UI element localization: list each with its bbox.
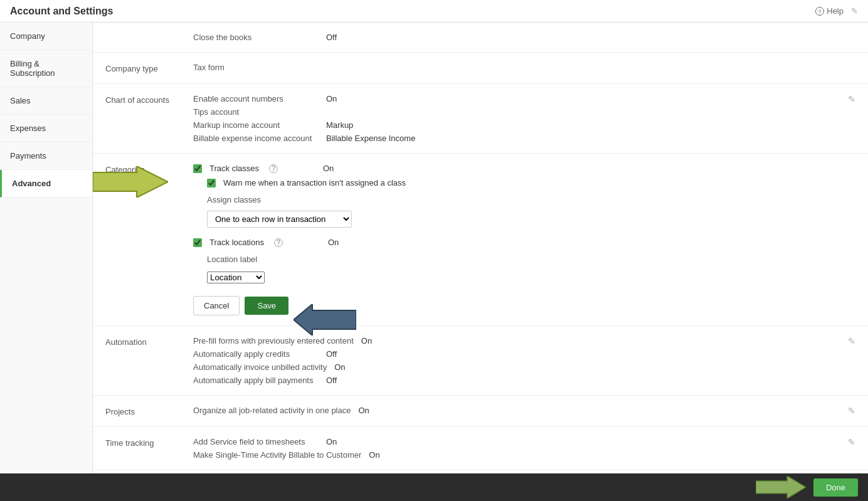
auto-field-name-3: Automatically apply bill payments (193, 376, 319, 385)
time-tracking-edit-icon[interactable]: ✎ (848, 437, 855, 447)
sidebar-item-sales[interactable]: Sales (0, 87, 92, 115)
projects-field-0: Organize all job-related activity in one… (193, 406, 855, 415)
chart-field-name-2: Markup income account (193, 120, 319, 130)
chart-field-0: Enable account numbers On (193, 94, 855, 103)
auto-field-value-3: Off (326, 376, 337, 385)
location-label-row: Location label (207, 255, 855, 264)
projects-edit-icon[interactable]: ✎ (848, 406, 855, 416)
chart-field-value-0: On (326, 94, 337, 103)
help-icon[interactable]: ? Help (815, 6, 844, 16)
warn-class-label: Warn me when a transaction isn't assigne… (223, 178, 406, 187)
arrow-done (756, 476, 806, 498)
time-tracking-content: Add Service field to timesheets On Make … (193, 437, 855, 460)
auto-field-3: Automatically apply bill payments Off (193, 376, 855, 385)
close-books-row: Close the books Off (93, 23, 868, 53)
chart-field-1: Tips account (193, 107, 855, 117)
chart-field-name-1: Tips account (193, 107, 319, 117)
action-buttons-row: Cancel Save (193, 296, 855, 315)
currency-row: Currency Home Currency United States Dol… (93, 470, 868, 473)
time-field-1: Make Single-Time Activity Billable to Cu… (193, 450, 855, 460)
header-edit-icon[interactable]: ✎ (851, 6, 858, 16)
auto-field-name-1: Automatically apply credits (193, 349, 319, 359)
company-type-label: Company type (105, 63, 193, 73)
track-classes-status: On (323, 164, 334, 173)
chart-field-value-2: Markup (326, 120, 353, 130)
done-button[interactable]: Done (813, 478, 858, 497)
page-title: Account and Settings (10, 6, 113, 17)
auto-field-2: Automatically invoice unbilled activity … (193, 362, 855, 372)
sidebar-item-advanced[interactable]: Advanced (0, 170, 92, 198)
time-tracking-label: Time tracking (105, 437, 193, 460)
company-type-content: Tax form (193, 63, 855, 73)
time-field-0: Add Service field to timesheets On (193, 437, 855, 446)
arrow-right-1 (93, 166, 168, 198)
automation-edit-icon[interactable]: ✎ (848, 336, 855, 346)
chart-of-accounts-label: Chart of accounts (105, 94, 193, 143)
projects-content: Organize all job-related activity in one… (193, 406, 855, 416)
track-classes-row: Track classes ? On (193, 164, 855, 173)
track-locations-status: On (328, 238, 339, 247)
track-locations-checkbox[interactable] (193, 238, 202, 247)
assign-classes-dropdown-row: One to each row in transaction One to en… (207, 211, 855, 228)
svg-marker-4 (756, 476, 806, 498)
auto-field-name-2: Automatically invoice unbilled activity (193, 362, 327, 372)
location-label-text: Location label (207, 255, 257, 264)
categories-row: Categories Track classes ? On Warn me wh… (93, 154, 868, 326)
projects-field-value-0: On (358, 406, 369, 415)
auto-field-value-2: On (334, 362, 345, 372)
auto-field-1: Automatically apply credits Off (193, 349, 855, 359)
warn-class-checkbox[interactable] (207, 179, 216, 187)
top-bar-right: ? Help ✎ (815, 6, 858, 16)
auto-field-value-0: On (361, 336, 372, 345)
chart-of-accounts-content: Enable account numbers On Tips account M… (193, 94, 855, 143)
track-classes-help-icon: ? (269, 164, 278, 173)
time-field-name-1: Make Single-Time Activity Billable to Cu… (193, 450, 361, 460)
svg-text:?: ? (818, 9, 822, 15)
automation-label: Automation (105, 336, 193, 385)
location-label-select[interactable]: Location Business Department Division Pr… (207, 272, 265, 283)
top-bar: Account and Settings ? Help ✎ (0, 0, 868, 23)
chart-field-name-0: Enable account numbers (193, 94, 319, 103)
sidebar-item-billing[interactable]: Billing & Subscription (0, 50, 92, 87)
warn-class-row: Warn me when a transaction isn't assigne… (207, 178, 855, 187)
projects-row: Projects Organize all job-related activi… (93, 396, 868, 427)
sidebar-item-company[interactable]: Company (0, 23, 92, 50)
assign-classes-label-row: Assign classes (207, 195, 855, 204)
content-area: Close the books Off Company type Tax for… (93, 23, 868, 473)
track-locations-help-icon: ? (274, 238, 283, 247)
company-type-field: Tax form (193, 63, 855, 72)
chart-edit-icon[interactable]: ✎ (848, 94, 855, 104)
track-classes-checkbox[interactable] (193, 164, 202, 173)
company-type-name: Tax form (193, 63, 319, 72)
section-label-empty (105, 33, 193, 42)
bottom-bar: Done (0, 473, 868, 501)
cancel-button[interactable]: Cancel (193, 296, 240, 315)
projects-label: Projects (105, 406, 193, 416)
assign-classes-select[interactable]: One to each row in transaction One to en… (207, 211, 352, 228)
chart-field-name-3: Billable expense income account (193, 134, 319, 143)
close-books-value: Off (326, 33, 337, 42)
svg-marker-2 (93, 166, 168, 198)
time-field-name-0: Add Service field to timesheets (193, 437, 319, 446)
assign-classes-label: Assign classes (207, 195, 261, 204)
chart-of-accounts-row: Chart of accounts Enable account numbers… (93, 84, 868, 154)
track-locations-label: Track locations (209, 238, 264, 247)
auto-field-0: Pre-fill forms with previously entered c… (193, 336, 855, 345)
location-dropdown-row: Location Business Department Division Pr… (207, 272, 855, 283)
auto-field-value-1: Off (326, 349, 337, 359)
save-button[interactable]: Save (245, 297, 288, 315)
time-field-value-1: On (369, 450, 379, 460)
sidebar: Company Billing & Subscription Sales Exp… (0, 23, 93, 473)
chart-field-value-3: Billable Expense Income (326, 134, 415, 143)
categories-content: Track classes ? On Warn me when a transa… (193, 164, 855, 315)
time-tracking-row: Time tracking Add Service field to times… (93, 427, 868, 470)
sidebar-item-payments[interactable]: Payments (0, 142, 92, 170)
automation-content: Pre-fill forms with previously entered c… (193, 336, 855, 385)
section-content: Close the books Off (193, 33, 855, 42)
track-locations-row: Track locations ? On (193, 238, 855, 247)
chart-field-3: Billable expense income account Billable… (193, 134, 855, 143)
close-books-field: Close the books Off (193, 33, 855, 42)
close-books-name: Close the books (193, 33, 319, 42)
automation-row: Automation Pre-fill forms with previousl… (93, 326, 868, 396)
sidebar-item-expenses[interactable]: Expenses (0, 115, 92, 142)
